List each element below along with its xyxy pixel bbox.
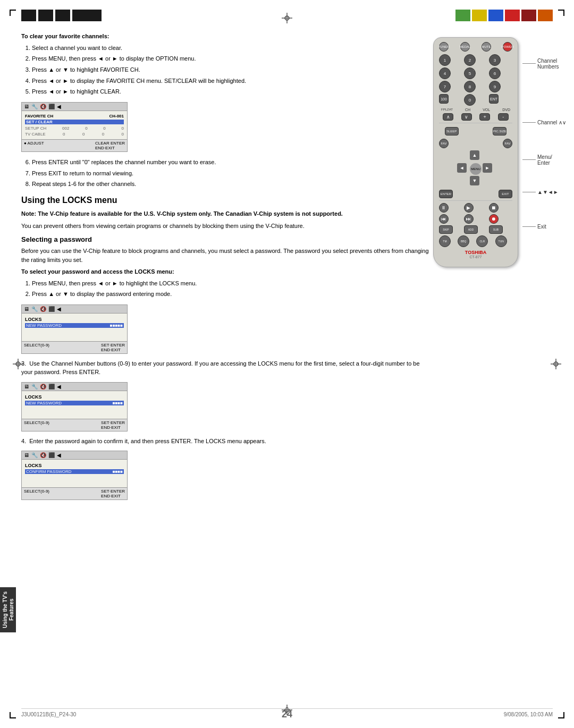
vol-up-btn[interactable]: +: [479, 113, 490, 121]
sub-btn[interactable]: SUB: [489, 225, 503, 234]
topmenu-btn[interactable]: TM: [439, 235, 451, 247]
media-buttons: ⏸ ▶ ⏹ ⏮ ⏭ ⏺: [439, 203, 512, 224]
pause-btn[interactable]: ⏸: [439, 203, 449, 213]
play-btn[interactable]: ▶: [464, 203, 474, 213]
annotation-menu-enter: Menu/Enter: [522, 154, 566, 166]
left-content: To clear your favorite channels: Select …: [21, 32, 436, 701]
sidebar-tab-text: Using the TV's: [2, 591, 8, 628]
picsize-btn[interactable]: PIC.SIZE: [493, 127, 507, 136]
dvd-label: DVD: [502, 108, 510, 112]
btn-2[interactable]: 2: [464, 54, 476, 66]
rec-btn[interactable]: ⏺: [489, 214, 499, 224]
btn-7[interactable]: 7: [439, 81, 451, 92]
locks-title: Using the LOCKS menu: [21, 196, 430, 205]
color-block-green: [455, 10, 470, 21]
btn-ent[interactable]: ENT: [489, 94, 499, 104]
remote-model: CT-877: [439, 255, 512, 259]
screen-mockup-2: 🖥 🔧 🔇 ⬛ ◀ LOCKS NEW PASSWORD■■■■■: [21, 304, 430, 354]
sidebar-tab: Using the TV's Features: [0, 587, 16, 632]
black-block-4: [72, 10, 102, 21]
clear-step-3: Press ▲ or ▼ to highlight FAVORITE CH.: [32, 65, 430, 75]
fav-left-btn[interactable]: FAV: [439, 139, 449, 148]
number-buttons-grid: 1 2 3 4 5· 6 7 8 9 100 0 ENT: [439, 54, 512, 106]
rew-btn[interactable]: ⏮: [439, 214, 449, 224]
sleep-btn[interactable]: SLEEP: [445, 127, 459, 136]
dpad-left[interactable]: ◄: [457, 163, 467, 173]
clear-steps-list: Select a channel you want to clear. Pres…: [32, 43, 430, 97]
dpad-down[interactable]: ▼: [470, 176, 479, 185]
color-block-red: [505, 10, 520, 21]
fav-row-top: FAV FAV: [439, 139, 512, 148]
fav-right-btn[interactable]: FAV: [503, 139, 512, 148]
toshiba-logo: TOSHIBA: [439, 250, 512, 255]
annotation-nav-arrows: ▲▼◄►: [522, 189, 566, 195]
stop-btn[interactable]: ⏹: [489, 203, 499, 213]
dpad: ▲ ◄ MENU ► ▼: [457, 150, 494, 188]
vol-label: VOL: [483, 108, 490, 112]
locks-note-text: You can prevent others from viewing cert…: [21, 222, 430, 231]
sidebar-tab-text2: Features: [9, 599, 14, 621]
password-intro: Before you can use the V-Chip feature to…: [21, 247, 430, 264]
clear-btn[interactable]: CLR: [476, 235, 488, 247]
sleep-picsize-row: SLEEP PIC.SIZE: [439, 125, 512, 137]
page-number: 24: [282, 709, 292, 720]
screen-mockup-4: 🖥 🔧 🔇 ⬛ ◀ LOCKS CONFIRM PASSWORD■■■■: [21, 451, 430, 500]
btn-3[interactable]: 3: [489, 54, 501, 66]
fwd-btn[interactable]: ⏭: [464, 214, 474, 224]
exit-btn[interactable]: EXIT: [499, 190, 512, 198]
vol-down-btn[interactable]: -: [498, 113, 509, 121]
enter-btn[interactable]: ENTER: [439, 190, 453, 198]
footer-right: 9/08/2005, 10:03 AM: [504, 712, 553, 717]
corner-mark-br: [558, 712, 564, 718]
dpad-up[interactable]: ▲: [470, 150, 479, 160]
black-block-1: [21, 10, 36, 21]
password-step4-text: 4. Enter the password again to confirm i…: [21, 437, 430, 446]
bbq-btn[interactable]: BBQ: [458, 235, 469, 247]
btn-4[interactable]: 4: [439, 67, 451, 79]
fplzat-label: FPLZAT: [441, 108, 453, 112]
password-heading: To select your password and access the L…: [21, 267, 430, 276]
password-steps-list: Press MENU, then press ◄ or ► to highlig…: [32, 278, 430, 299]
corner-mark-tl: [10, 10, 16, 16]
annotation-ch-updown: Channel ∧∨: [522, 120, 566, 125]
skip-btn[interactable]: SKIP: [439, 225, 453, 234]
header-black-blocks-left: [21, 10, 102, 21]
corner-mark-tr: [558, 10, 564, 16]
btn-100[interactable]: 100: [439, 94, 449, 104]
mute-button[interactable]: MUTE: [482, 42, 491, 52]
divider-1: [439, 123, 512, 123]
screen-mockup-3: 🖥 🔧 🔇 ⬛ ◀ LOCKS NEW PASSWORD■■■■: [21, 382, 430, 431]
btn-1[interactable]: 1: [439, 54, 451, 66]
btn-0[interactable]: 0: [464, 94, 476, 106]
annotation-exit: Exit: [522, 224, 566, 230]
tuner-button[interactable]: TUNER: [439, 42, 449, 52]
color-block-orange: [538, 10, 553, 21]
btn-8[interactable]: 8: [464, 81, 476, 92]
ch-vol-row: ∧ ∨ + -: [439, 113, 512, 121]
right-content: TUNER MEDAL MUTE POWER 1 2 3 4 5· 6 7 8 …: [446, 32, 553, 701]
nav-arrows-label: ▲▼◄►: [537, 189, 559, 195]
dpad-center-menu[interactable]: MENU: [470, 163, 482, 175]
clear-steps-continued: Press ENTER until "0" replaces the chann…: [32, 157, 430, 189]
enter-exit-row: ENTER EXIT: [439, 190, 512, 198]
color-block-yellow: [472, 10, 487, 21]
channel-numbers-label: ChannelNumbers: [537, 58, 559, 70]
locks-section: Using the LOCKS menu Note: The V-Chip fe…: [21, 196, 430, 230]
footer-left: J3U00121B(E)_P24-30: [21, 712, 76, 717]
channel-updown-label: Channel ∧∨: [537, 120, 566, 125]
ch-down-btn[interactable]: ∨: [461, 113, 472, 121]
btn-9[interactable]: 9: [489, 81, 501, 92]
ch-vol-label-row: FPLZAT CH VOL DVD: [441, 108, 510, 112]
ch-up-btn[interactable]: ∧: [443, 113, 453, 121]
power-button[interactable]: POWER: [503, 42, 512, 52]
btn-5[interactable]: 5·: [464, 67, 476, 79]
header-bar: [21, 10, 553, 21]
dpad-right[interactable]: ►: [483, 163, 492, 173]
clear-step-8: Repeat steps 1-6 for the other channels.: [32, 179, 430, 189]
add-btn[interactable]: ADD: [464, 225, 478, 234]
btn-6[interactable]: 6: [489, 67, 501, 79]
password-step3-text: 3. Use the Channel Number buttons (0-9) …: [21, 359, 430, 377]
remote-wrapper: TUNER MEDAL MUTE POWER 1 2 3 4 5· 6 7 8 …: [433, 32, 566, 267]
tuner-bottom-btn[interactable]: TUN: [495, 235, 507, 247]
medal-button[interactable]: MEDAL: [460, 42, 470, 52]
